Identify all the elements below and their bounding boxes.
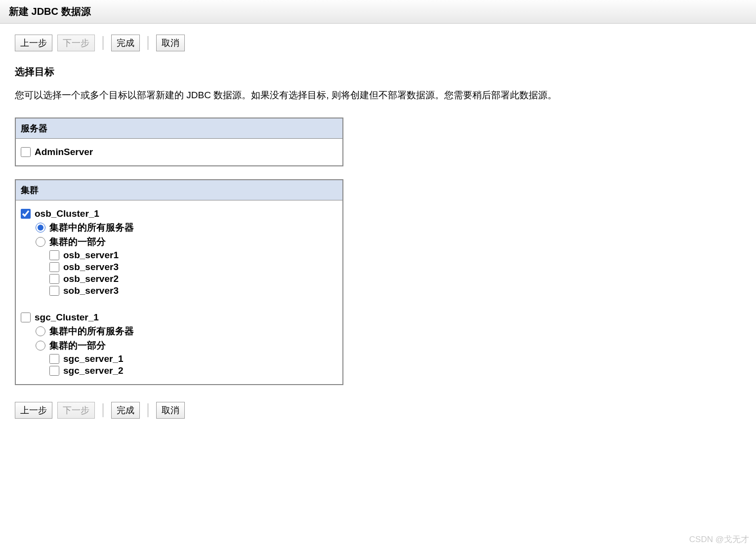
cluster-row: osb_Cluster_1 bbox=[21, 208, 337, 219]
separator bbox=[148, 403, 148, 417]
servers-panel-body: AdminServer bbox=[16, 139, 342, 165]
next-button: 下一步 bbox=[57, 402, 95, 419]
cancel-button[interactable]: 取消 bbox=[156, 35, 185, 51]
radio-row: 集群的一部分 bbox=[36, 235, 337, 248]
server-checkbox-sgc-server-2[interactable] bbox=[49, 366, 59, 376]
radio-row: 集群中的所有服务器 bbox=[36, 325, 337, 338]
cluster-label: osb_Cluster_1 bbox=[35, 208, 99, 219]
server-row: sgc_server_2 bbox=[49, 365, 337, 376]
radio-all-servers-sgc[interactable] bbox=[36, 326, 45, 336]
clusters-panel-header: 集群 bbox=[16, 180, 342, 200]
finish-button[interactable]: 完成 bbox=[111, 402, 140, 419]
cluster-server-list: sgc_server_1 sgc_server_2 bbox=[49, 353, 337, 376]
radio-label: 集群的一部分 bbox=[49, 339, 106, 352]
radio-row: 集群中的所有服务器 bbox=[36, 221, 337, 234]
cancel-button[interactable]: 取消 bbox=[156, 402, 185, 419]
section-title: 选择目标 bbox=[15, 65, 741, 78]
radio-label: 集群中的所有服务器 bbox=[49, 325, 134, 338]
radio-label: 集群的一部分 bbox=[49, 235, 106, 248]
cluster-block-osb: osb_Cluster_1 集群中的所有服务器 集群的一部分 osb_serve… bbox=[16, 200, 342, 304]
main-content: 上一步 下一步 完成 取消 选择目标 您可以选择一个或多个目标以部署新建的 JD… bbox=[0, 24, 756, 433]
server-label: sgc_server_1 bbox=[63, 353, 124, 364]
back-button[interactable]: 上一步 bbox=[15, 402, 52, 419]
next-button: 下一步 bbox=[57, 35, 95, 51]
cluster-radio-group: 集群中的所有服务器 集群的一部分 sgc_server_1 sgc_server… bbox=[36, 325, 337, 376]
clusters-panel: 集群 osb_Cluster_1 集群中的所有服务器 集群的一部分 bbox=[15, 179, 343, 385]
button-bar-bottom: 上一步 下一步 完成 取消 bbox=[15, 402, 741, 419]
cluster-radio-group: 集群中的所有服务器 集群的一部分 osb_server1 osb_server3 bbox=[36, 221, 337, 296]
server-checkbox-osb-server3[interactable] bbox=[49, 262, 59, 272]
server-label: osb_server3 bbox=[63, 262, 119, 273]
page-title: 新建 JDBC 数据源 bbox=[0, 0, 756, 24]
server-label: sgc_server_2 bbox=[63, 365, 124, 376]
server-label: osb_server2 bbox=[63, 274, 119, 284]
cluster-checkbox-osb[interactable] bbox=[21, 209, 31, 219]
server-row: AdminServer bbox=[21, 147, 337, 157]
radio-row: 集群的一部分 bbox=[36, 339, 337, 352]
server-checkbox-adminserver[interactable] bbox=[21, 147, 31, 157]
cluster-label: sgc_Cluster_1 bbox=[35, 312, 99, 323]
server-checkbox-sob-server3[interactable] bbox=[49, 286, 59, 296]
server-checkbox-osb-server1[interactable] bbox=[49, 250, 59, 260]
radio-part-servers-osb[interactable] bbox=[36, 237, 45, 247]
server-label: sob_server3 bbox=[63, 285, 119, 296]
radio-part-servers-sgc[interactable] bbox=[36, 341, 45, 351]
server-row: sob_server3 bbox=[49, 285, 337, 296]
radio-label: 集群中的所有服务器 bbox=[49, 221, 134, 234]
server-checkbox-osb-server2[interactable] bbox=[49, 274, 59, 284]
cluster-block-sgc: sgc_Cluster_1 集群中的所有服务器 集群的一部分 sgc_serve… bbox=[16, 304, 342, 384]
separator bbox=[103, 36, 103, 50]
server-label: osb_server1 bbox=[63, 250, 119, 261]
back-button[interactable]: 上一步 bbox=[15, 35, 52, 51]
server-row: osb_server1 bbox=[49, 250, 337, 261]
separator bbox=[103, 403, 103, 417]
button-bar-top: 上一步 下一步 完成 取消 bbox=[15, 35, 741, 51]
server-row: osb_server3 bbox=[49, 262, 337, 273]
server-checkbox-sgc-server-1[interactable] bbox=[49, 354, 59, 364]
radio-all-servers-osb[interactable] bbox=[36, 223, 45, 233]
server-row: osb_server2 bbox=[49, 274, 337, 284]
cluster-server-list: osb_server1 osb_server3 osb_server2 sob_… bbox=[49, 250, 337, 296]
section-description: 您可以选择一个或多个目标以部署新建的 JDBC 数据源。如果没有选择目标, 则将… bbox=[15, 88, 741, 103]
server-row: sgc_server_1 bbox=[49, 353, 337, 364]
separator bbox=[148, 36, 148, 50]
servers-panel-header: 服务器 bbox=[16, 118, 342, 139]
cluster-checkbox-sgc[interactable] bbox=[21, 313, 31, 322]
cluster-row: sgc_Cluster_1 bbox=[21, 312, 337, 323]
server-label: AdminServer bbox=[35, 147, 93, 157]
servers-panel: 服务器 AdminServer bbox=[15, 118, 343, 166]
finish-button[interactable]: 完成 bbox=[111, 35, 140, 51]
